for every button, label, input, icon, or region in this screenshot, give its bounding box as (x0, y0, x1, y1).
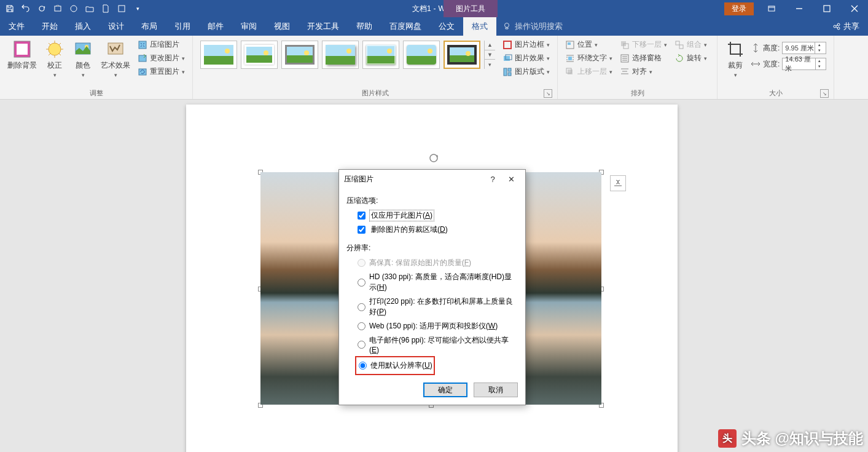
qat-icon[interactable] (114, 1, 129, 16)
border-icon (502, 40, 512, 50)
resolution-default-radio[interactable]: 使用默认分辨率(U) (358, 359, 432, 373)
dialog-launcher-icon[interactable]: ↘ (820, 89, 829, 98)
maximize-icon[interactable] (813, 0, 840, 17)
spinner-up-icon[interactable]: ▴ (815, 58, 823, 64)
tab-insert[interactable]: 插入 (66, 17, 100, 36)
compress-icon (138, 40, 147, 50)
style-thumb-selected[interactable] (444, 41, 480, 69)
width-input[interactable]: 14.63 厘米 ▴▾ (782, 58, 826, 70)
close-icon[interactable] (840, 0, 868, 17)
help-icon[interactable]: ? (483, 170, 502, 188)
crop-button[interactable]: 裁剪 (722, 38, 748, 79)
tab-home[interactable]: 开始 (33, 17, 66, 36)
ribbon-tabs: 文件 开始 插入 设计 布局 引用 邮件 审阅 视图 开发工具 帮助 百度网盘 … (0, 17, 868, 36)
svg-rect-11 (17, 44, 28, 55)
cancel-button[interactable]: 取消 (474, 383, 518, 397)
resolution-print-radio[interactable]: 打印(220 ppi): 在多数打印机和屏幕上质量良好(P) (346, 295, 518, 319)
tab-references[interactable]: 引用 (166, 17, 199, 36)
svg-rect-22 (504, 68, 507, 76)
style-thumb[interactable] (322, 41, 359, 69)
selection-pane-button[interactable]: 选择窗格 (617, 52, 670, 65)
style-thumb[interactable] (403, 41, 440, 69)
picture-border-button[interactable]: 图片边框 (500, 38, 552, 51)
tab-review[interactable]: 审阅 (232, 17, 265, 36)
backward-icon (620, 40, 630, 50)
group-label-styles: 图片样式 (362, 89, 389, 97)
height-input[interactable]: 9.95 厘米 ▴▾ (782, 42, 826, 54)
bring-forward-button[interactable]: 上移一层 (563, 65, 615, 78)
new-icon[interactable] (98, 1, 113, 16)
layout-options-icon[interactable] (610, 175, 626, 191)
ok-button[interactable]: 确定 (423, 383, 467, 397)
open-icon[interactable] (82, 1, 97, 16)
style-thumb[interactable] (241, 41, 278, 69)
style-thumb[interactable] (200, 41, 237, 69)
align-button[interactable]: 对齐 (617, 65, 670, 78)
ribbon-display-icon[interactable] (757, 0, 785, 17)
svg-point-0 (39, 6, 44, 11)
svg-rect-5 (824, 6, 830, 12)
share-button[interactable]: 共享 (824, 17, 868, 36)
tab-layout[interactable]: 布局 (133, 17, 166, 36)
tab-design[interactable]: 设计 (100, 17, 133, 36)
dialog-launcher-icon[interactable]: ↘ (544, 89, 552, 98)
svg-rect-27 (568, 57, 572, 60)
wrap-icon (565, 54, 575, 63)
tell-me-search[interactable]: 操作说明搜索 (496, 17, 569, 36)
close-icon[interactable]: ✕ (502, 170, 520, 188)
gallery-scroll: ▲ ▼ ▾ (484, 41, 495, 69)
delete-cropped-checkbox[interactable]: 删除图片的剪裁区域(D) (346, 223, 518, 237)
spinner-up-icon[interactable]: ▴ (815, 42, 823, 48)
tab-baidu[interactable]: 百度网盘 (381, 17, 430, 36)
qat-icon[interactable] (66, 1, 81, 16)
spinner-down-icon[interactable]: ▾ (815, 64, 823, 69)
send-backward-button[interactable]: 下移一层 (617, 38, 670, 51)
height-label: 高度: (763, 43, 780, 54)
minimize-icon[interactable] (785, 0, 813, 17)
picture-layout-button[interactable]: 图片版式 (500, 65, 552, 78)
apply-only-checkbox[interactable]: 仅应用于此图片(A) (346, 208, 518, 223)
rotate-handle-icon[interactable] (428, 153, 439, 164)
spinner-down-icon[interactable]: ▾ (815, 48, 823, 54)
resolution-email-radio[interactable]: 电子邮件(96 ppi): 尽可能缩小文档以便共享(E) (346, 333, 518, 356)
picture-effects-button[interactable]: 图片效果 (500, 52, 552, 65)
width-label: 宽度: (763, 59, 780, 69)
style-thumb[interactable] (281, 41, 318, 69)
compress-pictures-button[interactable]: 压缩图片 (135, 38, 187, 51)
color-button[interactable]: 颜色 (70, 38, 96, 79)
corrections-button[interactable]: 校正 (42, 38, 68, 79)
rotate-button[interactable]: 旋转 (672, 52, 710, 65)
resolution-hd-radio[interactable]: HD (330 ppi): 高质量，适合高清晰度(HD)显示(H) (346, 270, 518, 295)
group-button[interactable]: 组合 (672, 38, 710, 51)
svg-rect-4 (768, 6, 775, 11)
reset-icon (138, 67, 147, 77)
artistic-effects-button[interactable]: 艺术效果 (98, 38, 133, 79)
tab-developer[interactable]: 开发工具 (299, 17, 348, 36)
login-button[interactable]: 登录 (724, 2, 754, 15)
save-icon[interactable] (2, 1, 17, 16)
tab-mailings[interactable]: 邮件 (199, 17, 232, 36)
qat-more-icon[interactable]: ▾ (130, 1, 145, 16)
redo-icon[interactable] (34, 1, 49, 16)
gallery-up-icon[interactable]: ▲ (485, 41, 495, 50)
gallery-more-icon[interactable]: ▾ (485, 60, 495, 69)
remove-background-button[interactable]: 删除背景 (5, 38, 39, 72)
tab-gongwen[interactable]: 公文 (430, 17, 463, 36)
position-icon (565, 40, 575, 50)
undo-icon[interactable] (18, 1, 33, 16)
wrap-text-button[interactable]: 环绕文字 (563, 52, 615, 65)
tab-help[interactable]: 帮助 (348, 17, 381, 36)
gallery-down-icon[interactable]: ▼ (485, 50, 495, 60)
position-button[interactable]: 位置 (563, 38, 615, 51)
resolution-web-radio[interactable]: Web (150 ppi): 适用于网页和投影仪(W) (346, 319, 518, 333)
qat-icon[interactable] (50, 1, 65, 16)
selection-pane-icon (620, 54, 630, 63)
dialog-titlebar[interactable]: 压缩图片 ? ✕ (339, 170, 525, 188)
tab-file[interactable]: 文件 (0, 17, 33, 36)
tab-view[interactable]: 视图 (265, 17, 299, 36)
change-picture-icon (138, 54, 147, 63)
change-picture-button[interactable]: 更改图片 (135, 52, 187, 65)
style-thumb[interactable] (362, 41, 399, 69)
tab-format[interactable]: 格式 (463, 17, 496, 36)
reset-picture-button[interactable]: 重置图片 (135, 65, 187, 78)
